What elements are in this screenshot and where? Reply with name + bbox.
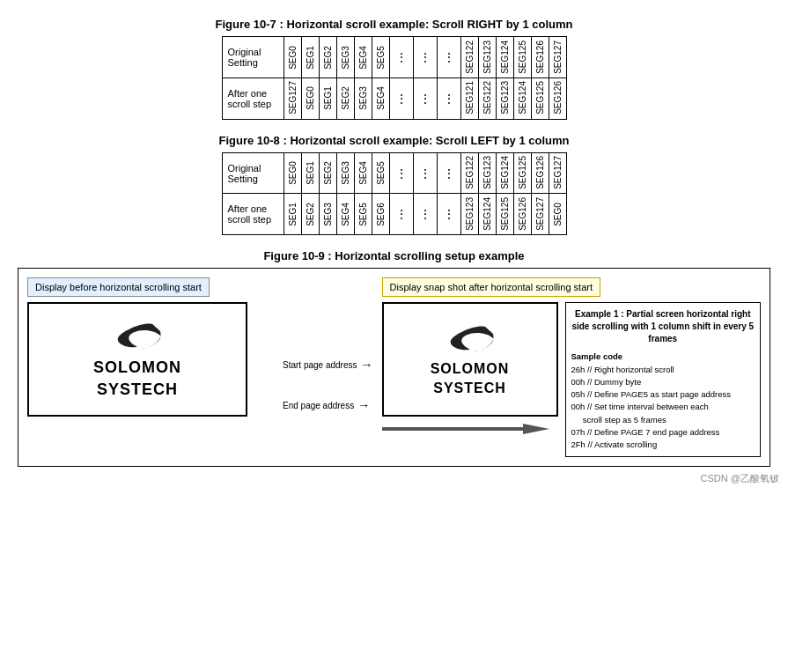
cell: SEG4: [336, 194, 354, 235]
right-logo-box: SOLOMON SYSTECH: [382, 302, 558, 417]
code-line-1: 26h // Right horizontal scroll: [571, 364, 755, 376]
fig7-table: Original Setting SEG0 SEG1 SEG2 SEG3 SEG…: [222, 36, 567, 120]
sample-code-title: Sample code: [571, 351, 755, 363]
fig9-left-panel: Display before horizontal scrolling star…: [27, 277, 274, 457]
code-line-4: 00h // Set time interval between each: [571, 401, 755, 413]
cell: SEG5: [372, 37, 389, 78]
cell: SEG1: [301, 152, 319, 194]
cell: ⋮: [389, 78, 413, 119]
cell: SEG1: [284, 194, 301, 235]
fig8-table-wrapper: Original Setting SEG0 SEG1 SEG2 SEG3 SEG…: [9, 152, 779, 236]
cell: SEG4: [372, 78, 389, 119]
logo-swoosh-icon: [111, 320, 164, 355]
arrow-right-icon: →: [361, 358, 373, 372]
before-scroll-label: Display before horizontal scrolling star…: [27, 277, 210, 297]
right-logo-section: SOLOMON SYSTECH: [382, 302, 558, 457]
fig9-title: Figure 10-9 : Horizontal scrolling setup…: [9, 249, 779, 262]
cell: SEG3: [336, 37, 354, 78]
cell: SEG4: [354, 152, 372, 194]
cell: SEG127: [549, 37, 566, 78]
cell: ⋮: [389, 37, 413, 78]
arrow-right-icon2: →: [357, 398, 370, 412]
end-page-arrow: End page address →: [283, 398, 370, 412]
cell: SEG2: [301, 194, 319, 235]
cell: SEG127: [549, 152, 566, 194]
table-row: Original Setting SEG0 SEG1 SEG2 SEG3 SEG…: [222, 152, 566, 194]
left-logo-box: SOLOMON SYSTECH: [27, 302, 247, 417]
table-row: After one scroll step SEG1 SEG2 SEG3 SEG…: [222, 194, 566, 235]
start-page-arrow: Start page address →: [283, 358, 373, 372]
fig9-right-content: SOLOMON SYSTECH Example 1 : Partial scre…: [382, 302, 762, 457]
cell: SEG126: [513, 194, 531, 235]
cell: SEG126: [549, 78, 566, 119]
cell: SEG5: [372, 152, 389, 194]
cell: SEG5: [354, 194, 372, 235]
cell: SEG123: [478, 37, 496, 78]
fig8-table: Original Setting SEG0 SEG1 SEG2 SEG3 SEG…: [222, 152, 567, 236]
right-logo-text-solomon: SOLOMON: [431, 361, 510, 377]
table-row: After one scroll step SEG127 SEG0 SEG1 S…: [222, 78, 566, 119]
example-title: Example 1 : Partial screen horizontal ri…: [571, 308, 755, 345]
code-line-4b: scroll step as 5 frames: [571, 414, 755, 426]
cell: SEG122: [478, 78, 496, 119]
cell: SEG2: [319, 37, 336, 78]
code-line-6: 2Fh // Activate scrolling: [571, 439, 755, 451]
cell: SEG122: [460, 152, 478, 194]
cell: ⋮: [389, 152, 413, 194]
cell: SEG125: [513, 37, 531, 78]
cell: ⋮: [413, 37, 437, 78]
row-label-original2: Original Setting: [222, 152, 284, 194]
cell: SEG122: [460, 37, 478, 78]
logo-text-solomon: SOLOMON: [93, 358, 181, 377]
end-page-label: End page address: [283, 401, 354, 410]
start-page-label: Start page address: [283, 360, 357, 370]
cell: SEG0: [284, 152, 301, 194]
fig9-arrows: Start page address → End page address →: [283, 277, 373, 457]
fig7-table-wrapper: Original Setting SEG0 SEG1 SEG2 SEG3 SEG…: [9, 36, 779, 120]
cell: SEG1: [301, 37, 319, 78]
cell: ⋮: [437, 78, 460, 119]
cell: SEG124: [496, 152, 513, 194]
cell: SEG3: [319, 194, 336, 235]
watermark: CSDN @乙酸氧铍: [9, 472, 779, 485]
cell: SEG124: [513, 78, 531, 119]
right-logo-text-systech: SYSTECH: [433, 380, 506, 396]
snap-label: Display snap shot after horizontal scrol…: [382, 277, 601, 297]
cell: SEG2: [336, 78, 354, 119]
cell: SEG126: [531, 37, 549, 78]
cell: SEG3: [336, 152, 354, 194]
logo-text-systech: SYSTECH: [97, 380, 178, 399]
row-label-after: After one scroll step: [222, 78, 284, 119]
code-line-5: 07h // Define PAGE 7 end page address: [571, 426, 755, 439]
cell: ⋮: [437, 37, 460, 78]
cell: SEG1: [319, 78, 336, 119]
code-section: Sample code 26h // Right horizontal scro…: [571, 351, 755, 451]
page-container: Figure 10-7 : Horizontal scroll example:…: [9, 18, 779, 485]
fig7-title: Figure 10-7 : Horizontal scroll example:…: [9, 18, 779, 31]
cell: SEG0: [284, 37, 301, 78]
cell: SEG3: [354, 78, 372, 119]
right-swoosh-icon: [444, 322, 497, 358]
cell: SEG123: [496, 78, 513, 119]
cell: SEG123: [478, 152, 496, 194]
cell: SEG127: [284, 78, 301, 119]
cell: SEG6: [372, 194, 389, 235]
cell: ⋮: [413, 194, 437, 235]
cell: SEG2: [319, 152, 336, 194]
scroll-arrow-icon: [382, 420, 549, 438]
fig9-right-panel: Display snap shot after horizontal scrol…: [382, 277, 762, 457]
cell: SEG126: [531, 152, 549, 194]
cell: SEG4: [354, 37, 372, 78]
row-label-original: Original Setting: [222, 37, 284, 78]
cell: SEG123: [460, 194, 478, 235]
cell: SEG0: [549, 194, 566, 235]
cell: SEG125: [531, 78, 549, 119]
cell: ⋮: [413, 152, 437, 194]
cell: SEG124: [478, 194, 496, 235]
fig8-title: Figure 10-8 : Horizontal scroll example:…: [9, 134, 779, 147]
cell: SEG127: [531, 194, 549, 235]
cell: SEG0: [301, 78, 319, 119]
row-label-after2: After one scroll step: [222, 194, 284, 235]
table-row: Original Setting SEG0 SEG1 SEG2 SEG3 SEG…: [222, 37, 566, 78]
fig9-diagram: Display before horizontal scrolling star…: [18, 268, 770, 467]
